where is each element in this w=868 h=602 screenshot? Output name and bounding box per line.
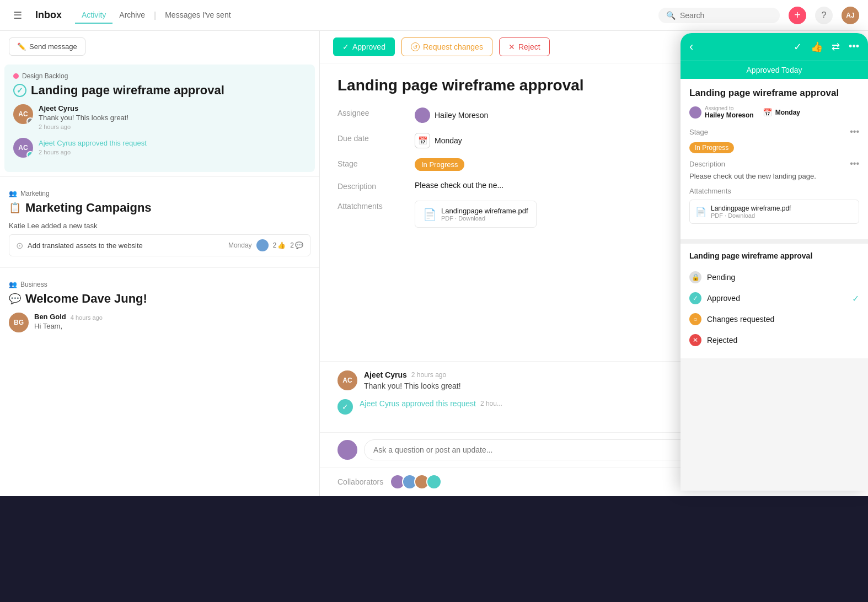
group-intro-marketing: Katie Lee added a new task — [9, 222, 310, 230]
mobile-card-header: ‹ ✓ 👍 ⇄ ••• — [681, 33, 868, 61]
avatar-ben: BG — [9, 313, 29, 332]
mobile-task-title: Landing page wireframe approval — [689, 88, 859, 99]
mobile-desc-row: Description ••• — [689, 159, 859, 169]
mobile-stage-row: Stage ••• — [689, 127, 859, 137]
inbox-group-marketing: 👥 Marketing 📋 Marketing Campaigns Katie … — [0, 181, 319, 263]
mobile-card: ‹ ✓ 👍 ⇄ ••• Approved Today Landing page … — [681, 33, 868, 491]
left-panel: ✏️ Send message Design Backlog ✓ Landing… — [0, 31, 320, 496]
chat-icon: 💬 — [9, 293, 21, 305]
divider-2 — [0, 267, 319, 268]
mobile-thumbs-icon[interactable]: 👍 — [811, 41, 823, 53]
search-icon: 🔍 — [666, 11, 676, 20]
group-tag-business: 👥 Business — [9, 281, 47, 288]
collab-avatar-4 — [426, 474, 442, 490]
pdf-icon: 📄 — [423, 208, 437, 221]
check-circle-icon: ✓ — [13, 84, 26, 97]
approved-button[interactable]: ✓ Approved — [333, 37, 395, 56]
mobile-main-content: Landing page wireframe approval Assigned… — [681, 79, 868, 239]
avatar-ajeet-2: AC ✓ — [13, 138, 33, 158]
group-icon-marketing: 👥 — [9, 190, 17, 197]
group-tag-design: Design Backlog — [13, 72, 68, 80]
search-input[interactable] — [680, 11, 768, 20]
mobile-approval-pending[interactable]: 🔒 Pending — [689, 267, 859, 288]
mobile-attach-label: Attatchments — [689, 187, 859, 195]
mobile-assignee-avatar — [689, 106, 701, 119]
group-title-business: 💬 Welcome Dave Jung! — [9, 292, 310, 306]
tab-activity[interactable]: Activity — [75, 7, 112, 24]
user-avatar[interactable]: AJ — [842, 7, 859, 24]
collaborator-avatars — [390, 474, 438, 490]
changes-icon: ○ — [689, 313, 701, 325]
tab-messages-sent[interactable]: Messages I've sent — [158, 7, 237, 24]
mobile-status-badge: In Progress — [689, 142, 734, 153]
mobile-due-date: Monday — [775, 109, 800, 116]
app-header: ☰ Inbox Activity Archive | Messages I've… — [0, 0, 868, 31]
approved-icon: ✓ — [689, 292, 701, 304]
send-message-button[interactable]: ✏️ Send message — [9, 37, 85, 56]
calendar-icon: 📅 — [415, 133, 430, 148]
search-bar: 🔍 — [658, 8, 780, 23]
mobile-stage-more-icon[interactable]: ••• — [850, 127, 859, 137]
message-content-1: Ajeet Cyrus Thank you! This looks great!… — [39, 104, 306, 130]
request-changes-button[interactable]: ↺ Request changes — [401, 37, 492, 56]
assignee-avatar — [415, 108, 430, 123]
mobile-desc-text: Please check out the new landing page. — [689, 172, 859, 180]
reject-button[interactable]: ✕ Reject — [499, 37, 550, 56]
rejected-icon: ✕ — [689, 334, 701, 346]
clipboard-icon: 📋 — [9, 202, 21, 214]
task-card-marketing[interactable]: ⊙ Add translated assets to the website M… — [9, 234, 310, 256]
group-title-design: ✓ Landing page wireframe approval — [13, 83, 306, 98]
add-button[interactable]: + — [789, 7, 806, 24]
mobile-approval-title: Landing page wireframe approval — [689, 251, 859, 260]
stage-value: In Progress — [415, 158, 464, 171]
mobile-approval-rejected[interactable]: ✕ Rejected — [689, 330, 859, 351]
group-title-marketing: 📋 Marketing Campaigns — [9, 201, 310, 215]
menu-button[interactable]: ☰ — [9, 7, 26, 24]
mobile-more-icon[interactable]: ••• — [849, 41, 859, 53]
mobile-assigned-name: Hailey Moreson — [705, 111, 754, 119]
description-value: Please check out the ne... — [415, 181, 503, 190]
approved-today-banner: Approved Today — [681, 61, 868, 79]
design-tag-dot — [13, 73, 19, 79]
mobile-approval-approved[interactable]: ✓ Approved ✓ — [689, 288, 859, 309]
mobile-stage-label: Stage — [689, 128, 708, 136]
approved-check-mark: ✓ — [852, 293, 859, 304]
message-content-2: Ajeet Cyrus approved this request 2 hour… — [39, 138, 306, 155]
mobile-attachment-card[interactable]: 📄 Landingpage wireframe.pdf PDF · Downlo… — [689, 200, 859, 224]
comment-user-avatar — [337, 440, 357, 460]
attachment-card[interactable]: 📄 Landingpage wireframe.pdf PDF · Downlo… — [415, 201, 537, 228]
mobile-check-icon: ✓ — [794, 41, 802, 53]
divider-1 — [0, 176, 319, 177]
message-entry-1: AC Ajeet Cyrus Thank you! This looks gre… — [13, 104, 306, 130]
group-tag-marketing: 👥 Marketing — [9, 190, 50, 197]
approved-check-icon: ✓ — [342, 42, 349, 51]
approved-badge-icon: ✓ — [26, 151, 33, 158]
reject-icon: ✕ — [508, 42, 515, 51]
thumbs-up-icon: 👍 — [277, 241, 286, 249]
mobile-calendar-icon: 📅 — [763, 108, 772, 117]
message-entry-ben: BG Ben Gold 4 hours ago Hi Team, — [9, 313, 310, 332]
mobile-desc-more-icon[interactable]: ••• — [850, 159, 859, 169]
mobile-share-icon[interactable]: ⇄ — [832, 41, 840, 53]
due-date-value: 📅 Monday — [415, 133, 462, 148]
comment-avatar-ajeet: AC — [337, 370, 357, 390]
task-assignee-avatar — [256, 239, 269, 251]
mobile-assigned-label: Assigned to — [705, 105, 754, 111]
group-icon-business: 👥 — [9, 281, 17, 288]
tab-archive[interactable]: Archive — [112, 7, 152, 24]
mobile-header-actions: ✓ 👍 ⇄ ••• — [794, 41, 859, 53]
task-likes: 2 👍 — [273, 241, 286, 249]
assignee-value: Hailey Moreson — [415, 108, 488, 123]
request-changes-icon: ↺ — [411, 42, 420, 51]
inbox-group-design: Design Backlog ✓ Landing page wireframe … — [4, 64, 315, 172]
mobile-back-button[interactable]: ‹ — [689, 40, 693, 54]
help-button[interactable]: ? — [815, 7, 833, 24]
pending-icon: 🔒 — [689, 271, 701, 283]
avatar-badge — [26, 117, 33, 124]
status-badge: In Progress — [415, 158, 464, 171]
app-title: Inbox — [35, 9, 62, 21]
avatar-ajeet-1: AC — [13, 104, 33, 124]
message-content-ben: Ben Gold 4 hours ago Hi Team, — [34, 313, 310, 330]
mobile-approval-changes[interactable]: ○ Changes requested — [689, 309, 859, 330]
mobile-meta-row: Assigned to Hailey Moreson 📅 Monday — [689, 105, 859, 119]
